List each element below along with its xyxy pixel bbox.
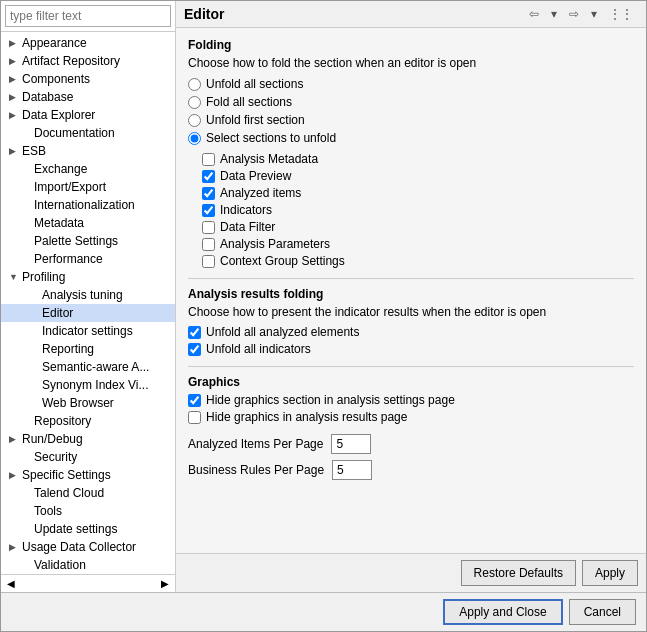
checkbox-unfold-analyzed-input[interactable] <box>188 326 201 339</box>
checkbox-hide-graphics-settings-label[interactable]: Hide graphics section in analysis settin… <box>206 393 455 407</box>
sidebar-item-components[interactable]: ▶ Components <box>1 70 175 88</box>
checkbox-unfold-indicators-label[interactable]: Unfold all indicators <box>206 342 311 356</box>
checkbox-context-group-input[interactable] <box>202 255 215 268</box>
checkbox-context-group-label[interactable]: Context Group Settings <box>220 254 345 268</box>
main-header: Editor ⇦ ▾ ⇨ ▾ ⋮⋮ <box>176 1 646 28</box>
checkbox-indicators-input[interactable] <box>202 204 215 217</box>
checkbox-indicators-label[interactable]: Indicators <box>220 203 272 217</box>
apply-close-button[interactable]: Apply and Close <box>443 599 562 625</box>
divider-2 <box>188 366 634 367</box>
checkbox-unfold-analyzed: Unfold all analyzed elements <box>188 325 634 339</box>
menu-button[interactable]: ⋮⋮ <box>604 5 638 23</box>
dialog-body: ▶ Appearance ▶ Artifact Repository ▶ Com… <box>1 1 646 592</box>
sidebar-scroll-controls: ◀ ▶ <box>1 574 175 592</box>
business-rules-input[interactable] <box>332 460 372 480</box>
checkbox-unfold-analyzed-label[interactable]: Unfold all analyzed elements <box>206 325 359 339</box>
sidebar-item-data-explorer[interactable]: ▶ Data Explorer <box>1 106 175 124</box>
radio-select-sections-input[interactable] <box>188 132 201 145</box>
checkbox-hide-graphics-results-label[interactable]: Hide graphics in analysis results page <box>206 410 407 424</box>
checkbox-hide-graphics-settings: Hide graphics section in analysis settin… <box>188 393 634 407</box>
checkbox-data-preview-input[interactable] <box>202 170 215 183</box>
sidebar-scroll-right[interactable]: ▶ <box>157 577 173 590</box>
checkbox-data-preview: Data Preview <box>202 169 634 183</box>
cancel-button[interactable]: Cancel <box>569 599 636 625</box>
sidebar-item-palette-settings[interactable]: Palette Settings <box>1 232 175 250</box>
expand-arrow: ▶ <box>9 56 19 66</box>
sidebar-item-web-browser[interactable]: Web Browser <box>1 394 175 412</box>
analysis-results-section: Analysis results folding Choose how to p… <box>188 287 634 356</box>
sidebar-item-editor[interactable]: Editor <box>1 304 175 322</box>
editor-settings-body: Folding Choose how to fold the section w… <box>176 28 646 553</box>
sidebar-item-performance[interactable]: Performance <box>1 250 175 268</box>
sidebar-item-synonym-index[interactable]: Synonym Index Vi... <box>1 376 175 394</box>
preferences-dialog: ▶ Appearance ▶ Artifact Repository ▶ Com… <box>0 0 647 632</box>
sidebar-item-internationalization[interactable]: Internationalization <box>1 196 175 214</box>
sidebar-item-update-settings[interactable]: Update settings <box>1 520 175 538</box>
radio-fold-all-input[interactable] <box>188 96 201 109</box>
sidebar-item-metadata[interactable]: Metadata <box>1 214 175 232</box>
sidebar-item-documentation[interactable]: Documentation <box>1 124 175 142</box>
sidebar-item-validation[interactable]: Validation <box>1 556 175 574</box>
checkbox-data-preview-label[interactable]: Data Preview <box>220 169 291 183</box>
checkbox-analysis-parameters: Analysis Parameters <box>202 237 634 251</box>
sidebar-item-indicator-settings[interactable]: Indicator settings <box>1 322 175 340</box>
expand-arrow: ▶ <box>9 434 19 444</box>
analyzed-items-label: Analyzed Items Per Page <box>188 437 323 451</box>
folding-section: Folding Choose how to fold the section w… <box>188 38 634 268</box>
checkbox-hide-graphics-settings-input[interactable] <box>188 394 201 407</box>
analysis-results-checkbox-group: Unfold all analyzed elements Unfold all … <box>188 325 634 356</box>
sidebar-item-run-debug[interactable]: ▶ Run/Debug <box>1 430 175 448</box>
forward-button[interactable]: ⇨ <box>564 5 584 23</box>
expand-arrow: ▶ <box>9 146 19 156</box>
checkbox-analysis-metadata-input[interactable] <box>202 153 215 166</box>
checkbox-analyzed-items-input[interactable] <box>202 187 215 200</box>
sidebar-item-esb[interactable]: ▶ ESB <box>1 142 175 160</box>
radio-fold-all: Fold all sections <box>188 94 634 110</box>
sidebar-item-talend-cloud[interactable]: Talend Cloud <box>1 484 175 502</box>
forward-dropdown-button[interactable]: ▾ <box>586 5 602 23</box>
checkbox-analyzed-items: Analyzed items <box>202 186 634 200</box>
checkbox-unfold-indicators-input[interactable] <box>188 343 201 356</box>
radio-unfold-first-label[interactable]: Unfold first section <box>206 113 305 127</box>
graphics-checkbox-group: Hide graphics section in analysis settin… <box>188 393 634 424</box>
checkbox-hide-graphics-results: Hide graphics in analysis results page <box>188 410 634 424</box>
radio-fold-all-label[interactable]: Fold all sections <box>206 95 292 109</box>
sidebar-item-semantic-aware[interactable]: Semantic-aware A... <box>1 358 175 376</box>
sidebar-item-repository[interactable]: Repository <box>1 412 175 430</box>
sidebar-item-usage-data-collector[interactable]: ▶ Usage Data Collector <box>1 538 175 556</box>
sidebar-item-appearance[interactable]: ▶ Appearance <box>1 34 175 52</box>
sidebar-item-profiling[interactable]: ▼ Profiling <box>1 268 175 286</box>
radio-unfold-first-input[interactable] <box>188 114 201 127</box>
search-input[interactable] <box>5 5 171 27</box>
checkbox-analysis-parameters-input[interactable] <box>202 238 215 251</box>
checkbox-analysis-parameters-label[interactable]: Analysis Parameters <box>220 237 330 251</box>
radio-unfold-all-input[interactable] <box>188 78 201 91</box>
sidebar-item-exchange[interactable]: Exchange <box>1 160 175 178</box>
sidebar-item-analysis-tuning[interactable]: Analysis tuning <box>1 286 175 304</box>
back-dropdown-button[interactable]: ▾ <box>546 5 562 23</box>
checkbox-context-group: Context Group Settings <box>202 254 634 268</box>
sidebar-item-reporting[interactable]: Reporting <box>1 340 175 358</box>
checkbox-hide-graphics-results-input[interactable] <box>188 411 201 424</box>
analyzed-items-input[interactable] <box>331 434 371 454</box>
checkbox-analyzed-items-label[interactable]: Analyzed items <box>220 186 301 200</box>
sidebar-item-artifact-repository[interactable]: ▶ Artifact Repository <box>1 52 175 70</box>
sidebar-item-tools[interactable]: Tools <box>1 502 175 520</box>
sidebar-scroll-left[interactable]: ◀ <box>3 577 19 590</box>
checkbox-analysis-metadata-label[interactable]: Analysis Metadata <box>220 152 318 166</box>
checkbox-data-filter-input[interactable] <box>202 221 215 234</box>
checkbox-data-filter-label[interactable]: Data Filter <box>220 220 275 234</box>
back-button[interactable]: ⇦ <box>524 5 544 23</box>
sidebar-search-container <box>1 1 175 32</box>
apply-button[interactable]: Apply <box>582 560 638 586</box>
expand-arrow: ▼ <box>9 272 19 282</box>
sidebar-item-import-export[interactable]: Import/Export <box>1 178 175 196</box>
sidebar-item-specific-settings[interactable]: ▶ Specific Settings <box>1 466 175 484</box>
radio-select-sections-label[interactable]: Select sections to unfold <box>206 131 336 145</box>
analysis-results-description: Choose how to present the indicator resu… <box>188 305 634 319</box>
folding-description: Choose how to fold the section when an e… <box>188 56 634 70</box>
radio-unfold-all-label[interactable]: Unfold all sections <box>206 77 303 91</box>
sidebar-item-security[interactable]: Security <box>1 448 175 466</box>
sidebar-item-database[interactable]: ▶ Database <box>1 88 175 106</box>
restore-defaults-button[interactable]: Restore Defaults <box>461 560 576 586</box>
